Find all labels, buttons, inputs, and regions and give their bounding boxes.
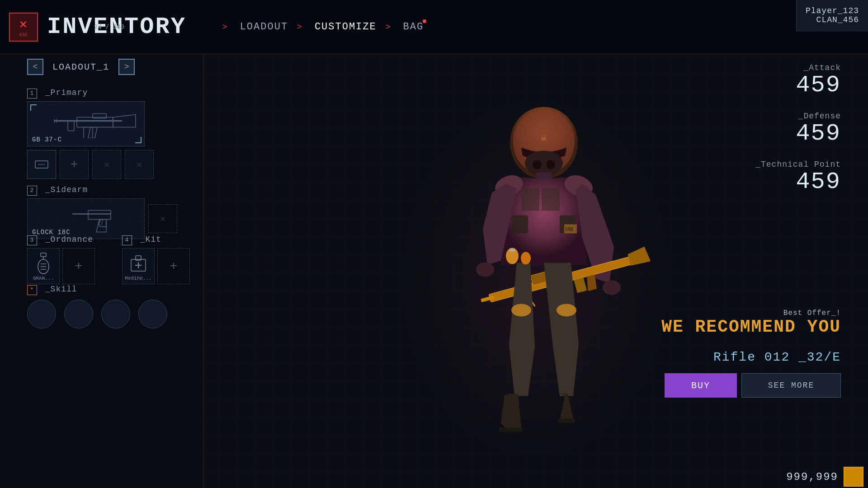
sidearm-locked-icon: ✕ — [160, 213, 165, 225]
primary-number: 1 — [27, 89, 37, 99]
nav-item-bag[interactable]: BAG — [394, 18, 433, 36]
ordnance-item-name: GRAN... — [33, 276, 54, 281]
attack-stat: _Attack 459 — [755, 63, 841, 98]
esc-label: ESC — [19, 33, 28, 38]
svg-rect-10 — [88, 211, 111, 220]
grenade-icon — [34, 252, 52, 275]
recommendation-section: Best Offer_! WE RECOMMEND YOU Rifle 012 … — [661, 309, 841, 398]
esc-button[interactable]: ✕ ESC — [9, 13, 38, 42]
skill-symbol: * — [27, 285, 37, 295]
sidearm-locked-slot: ✕ — [148, 204, 177, 233]
svg-point-35 — [476, 262, 494, 277]
player-name: Player_123 — [806, 6, 859, 15]
primary-label: 1 _Primary — [27, 88, 194, 99]
attack-value: 459 — [755, 72, 841, 98]
attachment-slot-2[interactable]: + — [60, 150, 89, 179]
bag-notification-dot — [423, 19, 426, 23]
svg-text:S9D: S9D — [565, 227, 573, 232]
attachment-slot-3: ✕ — [92, 150, 121, 179]
locked-slot-icon-1: ✕ — [104, 159, 109, 171]
currency-bar: 999,999 — [786, 465, 868, 488]
attachment-slots: + ✕ ✕ — [27, 150, 194, 179]
tech-stat: _Technical Point 459 — [755, 160, 841, 195]
nav-arrow-1: > — [222, 23, 227, 32]
add-attachment-icon: + — [71, 158, 78, 172]
svg-text:☠: ☠ — [541, 132, 547, 143]
svg-rect-29 — [521, 188, 539, 211]
add-kit-button[interactable]: + — [157, 248, 190, 284]
svg-point-36 — [603, 280, 621, 295]
svg-point-25 — [533, 160, 542, 169]
attachment-icon-1 — [33, 156, 50, 173]
loadout-selector: < LOADOUT_1 > — [27, 59, 135, 75]
lower-slots: 3 _Ordnance GRAN... — [27, 235, 208, 284]
kit-label: 4 _Kit — [122, 235, 208, 245]
ordnance-label: 3 _Ordnance — [27, 235, 113, 245]
recommend-label: Best Offer_! — [661, 309, 841, 317]
svg-rect-49 — [499, 427, 523, 432]
attachment-slot-4: ✕ — [125, 150, 154, 179]
see-more-button[interactable]: SEE MORE — [741, 373, 841, 398]
svg-rect-50 — [558, 418, 575, 423]
svg-rect-30 — [542, 188, 560, 211]
player-info: Player_123 CLAN_456 — [796, 0, 868, 31]
navigation: > LOADOUT > CUSTOMIZE > BAG — [222, 18, 433, 36]
primary-weapon-name: GB 37-C — [32, 136, 62, 143]
tech-value: 459 — [755, 169, 841, 195]
nav-item-loadout[interactable]: LOADOUT — [231, 18, 297, 36]
primary-weapon-icon — [50, 107, 140, 138]
stats-panel: _Attack 459 _Defense 459 _Technical Poin… — [755, 63, 841, 209]
svg-point-53 — [521, 252, 531, 264]
inventory-count: 24 / 340 — [94, 23, 124, 31]
defense-value: 459 — [755, 121, 841, 146]
ordnance-slot-1[interactable]: GRAN... — [27, 248, 60, 284]
currency-amount: 999,999 — [786, 471, 838, 483]
svg-line-11 — [102, 220, 103, 225]
svg-rect-3 — [68, 121, 74, 131]
add-kit-icon: + — [170, 259, 178, 273]
loadout-next-button[interactable]: > — [118, 59, 135, 75]
skill-section: * _Skill — [27, 285, 167, 328]
skill-circles — [27, 300, 167, 328]
kit-item-name: Medihe... — [125, 276, 151, 281]
svg-point-47 — [511, 304, 531, 316]
skill-circle-1[interactable] — [27, 300, 56, 328]
loadout-prev-button[interactable]: < — [27, 59, 43, 75]
skill-circle-2[interactable] — [64, 300, 93, 328]
skill-circle-4[interactable] — [138, 300, 167, 328]
nav-item-customize[interactable]: CUSTOMIZE — [306, 18, 386, 36]
sidearm-section: 2 _Sidearm GLOCK 18C — [27, 185, 194, 239]
loadout-name: LOADOUT_1 — [48, 62, 114, 72]
recommend-text: WE RECOMMEND YOU — [661, 317, 841, 337]
currency-icon — [844, 467, 863, 487]
primary-weapon-section: 1 _Primary — [27, 88, 194, 179]
sidearm-number: 2 — [27, 186, 37, 196]
skill-label: * _Skill — [27, 285, 167, 295]
defense-label: _Defense — [755, 112, 841, 121]
attack-label: _Attack — [755, 63, 841, 72]
nav-arrow-3: > — [386, 23, 391, 32]
kit-number: 4 — [122, 235, 132, 245]
add-ordnance-button[interactable]: + — [62, 248, 95, 284]
locked-slot-icon-2: ✕ — [136, 159, 142, 171]
primary-weapon-slot[interactable]: GB 37-C — [27, 101, 145, 146]
recommend-item-name: Rifle 012 _32/E — [661, 350, 841, 364]
defense-stat: _Defense 459 — [755, 112, 841, 146]
sidearm-slot[interactable]: GLOCK 18C — [27, 198, 145, 239]
tech-label: _Technical Point — [755, 160, 841, 169]
action-buttons: BUY SEE MORE — [661, 373, 841, 398]
svg-rect-52 — [509, 249, 515, 251]
svg-point-48 — [557, 304, 576, 316]
ordnance-number: 3 — [27, 235, 37, 245]
header: ✕ ESC 24 / 340 INVENTORY > LOADOUT > CUS… — [0, 0, 868, 54]
add-ordnance-icon: + — [75, 259, 83, 273]
attachment-slot-1[interactable] — [27, 150, 56, 179]
buy-button[interactable]: BUY — [665, 373, 737, 398]
skill-circle-3[interactable] — [101, 300, 130, 328]
medkit-icon — [129, 252, 147, 275]
svg-rect-31 — [512, 215, 528, 233]
sidearm-label: 2 _Sidearm — [27, 185, 194, 196]
kit-slot-1[interactable]: Medihe... — [122, 248, 155, 284]
nav-arrow-2: > — [297, 23, 302, 32]
svg-rect-1 — [77, 117, 113, 127]
